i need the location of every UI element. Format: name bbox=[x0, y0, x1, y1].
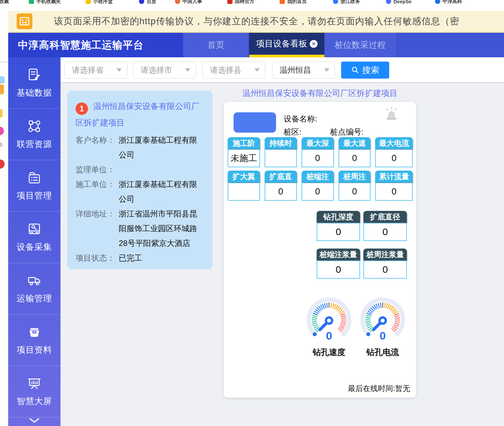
sidebar-item-device-collection[interactable]: 设备采集 bbox=[8, 212, 61, 263]
app-header: 中淳高科智慧施工运输平台 首页 项目设备看板 ✕ 桩位数采过程 bbox=[8, 33, 504, 57]
bookmark-item[interactable]: DeepSe bbox=[386, 0, 411, 5]
network-nodes-icon bbox=[27, 119, 42, 134]
document-edit-icon bbox=[27, 67, 42, 83]
sidebar-item-label: 联营资源 bbox=[17, 139, 52, 150]
project-card: 1温州恒昌保安设备有限公司厂区拆扩建项目 客户名称： 浙江厦泰基础工程有限公司 … bbox=[67, 91, 213, 269]
bookmark-label: 手机收藏夹 bbox=[36, 0, 61, 5]
bookmark-label: DeepSe bbox=[393, 0, 411, 4]
sidebar-item-label: 设备采集 bbox=[17, 241, 52, 253]
tab-pile-data-process[interactable]: 桩位数采过程 bbox=[324, 33, 396, 57]
stat-wing-expand: 扩大翼 bbox=[228, 171, 260, 201]
stat-side-grout-volume: 桩周注浆量0 bbox=[363, 249, 407, 279]
bookmark-item[interactable]: 国聘官方 bbox=[227, 0, 254, 5]
project-index-badge: 1 bbox=[76, 102, 88, 115]
project-fields: 客户名称： 浙江厦泰基础工程有限公司 监理单位： 施工单位： 浙江厦泰基础工程有… bbox=[76, 133, 204, 265]
bookmark-label: 收藏 bbox=[0, 0, 9, 5]
bookmark-item[interactable]: 百度 bbox=[139, 0, 156, 5]
drill-speed-label: 钻孔速度 bbox=[303, 347, 355, 358]
stat-max-depth: 最大深0 bbox=[302, 137, 334, 167]
globe-icon bbox=[435, 0, 440, 4]
chevron-down-icon bbox=[29, 417, 40, 424]
county-select[interactable]: 请选择县 bbox=[202, 62, 265, 79]
sidebar-item-label: 运输管理 bbox=[17, 293, 52, 304]
project-title-link[interactable]: 1温州恒昌保安设备有限公司厂区拆扩建项目 bbox=[76, 99, 204, 130]
device-name-label: 设备名称: bbox=[284, 114, 317, 124]
sidebar-expand-more[interactable] bbox=[8, 417, 61, 426]
sidebar-item-project-files[interactable]: 项目资料 bbox=[8, 315, 61, 366]
edge-fragment-icon bbox=[0, 76, 5, 83]
bookmark-label: 我的首页 bbox=[287, 0, 307, 5]
bookmark-item[interactable]: 中国人事 bbox=[175, 0, 202, 5]
emblem-icon bbox=[175, 0, 180, 4]
bookmark-label: 中淳高科 bbox=[443, 0, 462, 5]
screen: 收藏 手机收藏夹 小程序盒 百度 中国人事 国聘官方 我的首页 浙江政务 Dee… bbox=[0, 0, 504, 426]
sidebar-item-smart-screen[interactable]: 智慧大屏 bbox=[8, 366, 61, 417]
project-folder-icon bbox=[27, 170, 42, 185]
bookmark-item[interactable]: 浙江政务 bbox=[333, 0, 360, 5]
stat-total-flow: 累计流量0 bbox=[375, 171, 413, 201]
tab-home[interactable]: 首页 bbox=[183, 33, 249, 57]
bookmark-label: 浙江政务 bbox=[340, 0, 360, 5]
whale-icon bbox=[386, 0, 391, 4]
stat-end-grout-volume: 桩端注浆量0 bbox=[317, 249, 360, 279]
city-select[interactable]: 请选择市 bbox=[133, 62, 196, 79]
alarm-siren-icon bbox=[383, 106, 400, 122]
sidebar-item-base-data[interactable]: 基础数据 bbox=[8, 57, 61, 109]
sidebar: 基础数据 联营资源 项目管理 bbox=[8, 57, 61, 426]
filter-bar: 请选择省 请选择市 请选择县 温州恒昌 搜索 bbox=[61, 57, 504, 83]
field-supervisor: 监理单位： bbox=[76, 162, 204, 177]
sidebar-item-joint-resources[interactable]: 联营资源 bbox=[8, 109, 61, 160]
main-content: 请选择省 请选择市 请选择县 温州恒昌 搜索 1温州恒昌保安设备有限公司厂区拆扩… bbox=[61, 57, 504, 426]
field-address: 详细地址： 浙江省温州市平阳县昆阳服饰工业园区环城路28号平阳紫京大酒店 bbox=[76, 206, 204, 250]
stat-construction-stage: 施工阶未施工 bbox=[228, 137, 260, 167]
bookmark-label: 百度 bbox=[147, 0, 156, 5]
sidebar-item-project-management[interactable]: 项目管理 bbox=[8, 160, 61, 212]
edge-fragment-icon bbox=[0, 109, 3, 118]
stat-expand-diameter: 扩底直径0 bbox=[363, 211, 407, 241]
drill-speed-gauge: 0 bbox=[303, 295, 355, 347]
presentation-screen-icon bbox=[27, 376, 42, 391]
pile-no-label: 桩点编号: bbox=[330, 127, 364, 137]
bookmark-item[interactable]: 我的首页 bbox=[280, 0, 307, 5]
seal-icon bbox=[227, 0, 233, 4]
device-panel-title: 温州恒昌保安设备有限公司厂区拆扩建项目 bbox=[223, 88, 416, 99]
sidebar-item-label: 项目管理 bbox=[17, 190, 52, 201]
bookmark-label: 小程序盒 bbox=[93, 0, 113, 5]
edge-divider bbox=[0, 62, 8, 62]
sidebar-item-label: 基础数据 bbox=[17, 87, 52, 99]
stat-max-speed: 最大速0 bbox=[339, 137, 371, 167]
field-status: 项目状态： 已完工 bbox=[76, 250, 204, 265]
edge-fragment-icon bbox=[0, 127, 4, 135]
bookmark-item[interactable]: 手机收藏夹 bbox=[29, 0, 61, 5]
last-online-time: 最后在线时间:暂无 bbox=[348, 383, 410, 394]
stat-max-current: 最大电流0 bbox=[375, 137, 413, 167]
bookmark-item[interactable]: 小程序盒 bbox=[86, 0, 113, 5]
province-select[interactable]: 请选择省 bbox=[64, 62, 127, 79]
device-image-placeholder bbox=[234, 112, 276, 133]
device-panel: 设备名称: 桩区: 桩点编号: 施工阶未施工 持续时 最大深0 最大速0 最大电… bbox=[223, 102, 416, 398]
sidebar-item-transport-management[interactable]: 运输管理 bbox=[8, 263, 61, 315]
insecure-page-icon bbox=[16, 13, 33, 29]
tab-project-device-board[interactable]: 项目设备看板 ✕ bbox=[249, 33, 324, 57]
stats-row-1: 施工阶未施工 持续时 最大深0 最大速0 最大电流0 bbox=[228, 137, 413, 167]
chevron-down-icon bbox=[185, 68, 190, 72]
phone-icon bbox=[29, 0, 34, 4]
edge-fragment-icon bbox=[0, 142, 3, 147]
pile-area-label: 桩区: bbox=[284, 127, 302, 137]
stat-drill-depth: 钻孔深度0 bbox=[317, 211, 360, 241]
company-select[interactable]: 温州恒昌 bbox=[272, 62, 335, 79]
field-constructor: 施工单位： 浙江厦泰基础工程有限公司 bbox=[76, 177, 204, 206]
gauge-value: 0 bbox=[326, 329, 332, 342]
stat-pile-end-grout: 桩端注0 bbox=[302, 171, 334, 201]
device-monitor-icon bbox=[27, 222, 42, 237]
chevron-down-icon bbox=[254, 68, 260, 72]
edge-fragment-icon bbox=[0, 159, 5, 169]
search-button[interactable]: 搜索 bbox=[341, 62, 389, 79]
bookmark-item[interactable]: 收藏 bbox=[0, 0, 9, 5]
close-tab-icon[interactable]: ✕ bbox=[310, 40, 318, 48]
chevron-down-icon bbox=[116, 68, 122, 72]
field-customer: 客户名称： 浙江厦泰基础工程有限公司 bbox=[76, 133, 204, 162]
browser-bookmarks-bar: 收藏 手机收藏夹 小程序盒 百度 中国人事 国聘官方 我的首页 浙江政务 Dee… bbox=[0, 0, 504, 5]
shield-icon bbox=[86, 0, 91, 4]
bookmark-item[interactable]: 中淳高科 bbox=[435, 0, 462, 5]
